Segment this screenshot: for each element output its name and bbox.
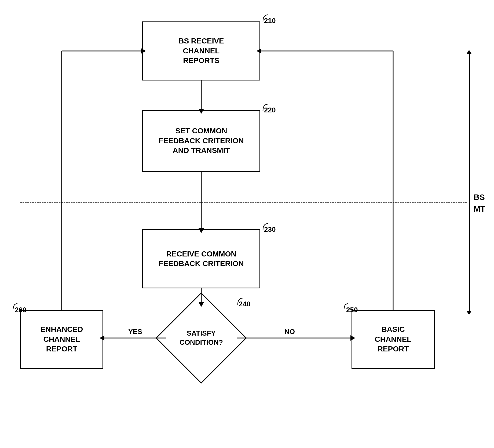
svg-text:YES: YES [128, 328, 142, 336]
svg-marker-1 [199, 109, 204, 114]
svg-marker-3 [199, 228, 204, 233]
svg-marker-10 [350, 335, 355, 341]
svg-marker-14 [141, 48, 146, 54]
diamond-240-label: SATISFYCONDITION? [180, 329, 223, 347]
svg-marker-7 [100, 335, 104, 341]
svg-marker-5 [199, 302, 204, 307]
svg-text:NO: NO [284, 328, 295, 336]
svg-marker-17 [257, 48, 261, 54]
flow-arrows: YES NO [0, 0, 494, 448]
